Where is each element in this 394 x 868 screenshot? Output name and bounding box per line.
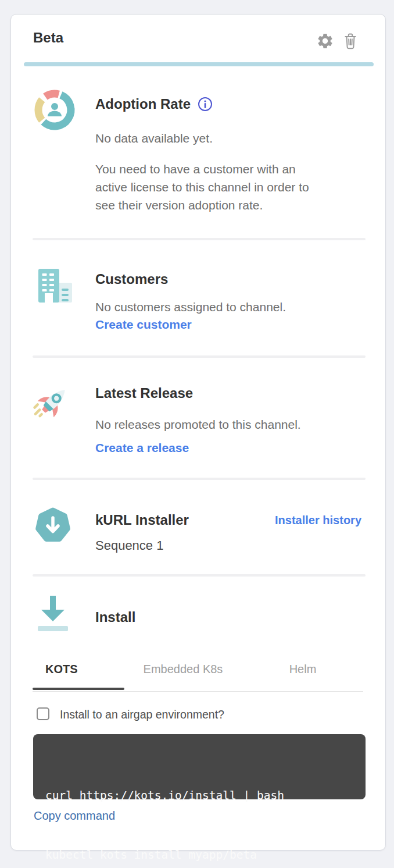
kurl-installer-icon	[33, 505, 73, 548]
customers-title: Customers	[95, 271, 168, 287]
customers-icon	[33, 264, 77, 311]
channel-card: Beta Adoption Rate	[10, 14, 386, 851]
install-command-line: curl https://kots.io/install | bash	[45, 786, 355, 806]
install-icon	[35, 594, 70, 637]
section-divider	[33, 238, 366, 240]
customers-empty-message: No customers assigned to channel.	[95, 298, 286, 316]
tab-kots[interactable]: KOTS	[33, 663, 124, 689]
install-tabs: KOTS Embedded K8s Helm	[33, 658, 363, 692]
channel-color-bar	[24, 62, 374, 66]
latest-release-title: Latest Release	[95, 385, 193, 401]
section-divider	[33, 355, 366, 358]
adoption-empty-title: No data available yet.	[95, 129, 213, 147]
adoption-rate-title: Adoption Rate	[95, 96, 191, 112]
section-divider	[33, 574, 366, 577]
latest-release-icon	[28, 376, 76, 426]
kurl-installer-title: kURL Installer	[95, 512, 189, 528]
copy-command-link[interactable]: Copy command	[34, 809, 115, 823]
tab-helm[interactable]: Helm	[257, 663, 349, 689]
tab-embedded-k8s-label: Embedded K8s	[144, 663, 223, 675]
channel-title: Beta	[33, 30, 63, 46]
installer-sequence: Sequence 1	[95, 538, 163, 553]
install-command-line: kubectl kots install myapp/beta	[45, 845, 355, 865]
create-customer-link[interactable]: Create customer	[95, 318, 192, 332]
section-divider	[33, 478, 366, 480]
install-command-codeblock: curl https://kots.io/install | bash kube…	[33, 734, 366, 799]
create-release-link[interactable]: Create a release	[95, 441, 189, 455]
adoption-rate-header: Adoption Rate	[95, 96, 213, 112]
tab-embedded-k8s[interactable]: Embedded K8s	[137, 663, 229, 689]
tab-helm-label: Helm	[289, 663, 317, 675]
channel-actions	[316, 32, 358, 50]
adoption-rate-icon	[33, 88, 77, 134]
installer-history-link[interactable]: Installer history	[275, 514, 361, 527]
latest-release-empty-message: No releases promoted to this channel.	[95, 415, 301, 433]
gear-icon[interactable]	[316, 32, 334, 50]
adoption-empty-message: You need to have a customer with an acti…	[95, 160, 319, 214]
info-icon[interactable]	[198, 97, 213, 112]
airgap-checkbox-label[interactable]: Install to an airgap environment?	[60, 708, 224, 721]
install-title: Install	[95, 609, 135, 625]
trash-icon[interactable]	[343, 32, 358, 50]
tab-kots-label: KOTS	[45, 663, 78, 675]
active-tab-underline	[33, 688, 124, 690]
airgap-checkbox[interactable]	[37, 707, 49, 720]
